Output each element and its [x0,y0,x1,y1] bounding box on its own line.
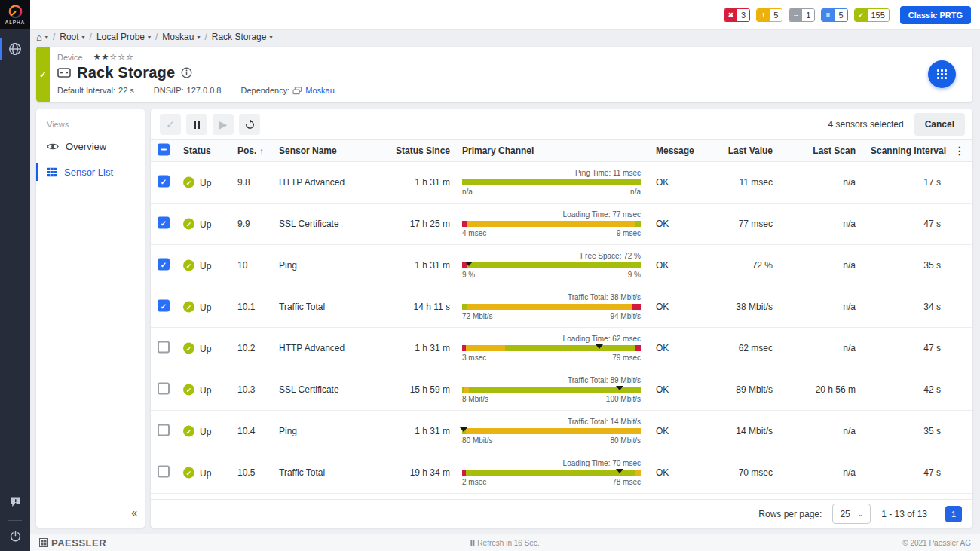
prtg-logo[interactable]: ALPHA [0,0,30,29]
last-scan-value: n/a [788,219,856,229]
status-text: Up [200,260,211,271]
rail-item-devices[interactable] [0,36,30,62]
breadcrumb-moskau[interactable]: Moskau▾ [162,32,200,42]
up-count: 155 [868,9,889,21]
sensor-name-link[interactable]: SSL Certificate [279,384,339,395]
scanning-interval-value: 35 s [871,426,941,436]
message-value: OK [656,384,669,395]
column-header-pos[interactable]: Pos.↑ [237,145,264,156]
channel-min-label: 2 msec [462,478,486,486]
resume-button[interactable]: ▶ [213,114,234,135]
warning-count: 5 [770,9,782,21]
page-title: Rack Storage [77,64,175,81]
channel-bar [462,304,641,310]
last-scan-value: n/a [788,177,856,188]
column-header-last-scan[interactable]: Last Scan [788,145,856,156]
row-checkbox[interactable] [158,341,170,354]
row-checkbox[interactable] [158,383,170,395]
column-header-last-value[interactable]: Last Value [701,145,773,156]
paessler-brand[interactable]: PAESSLER [39,537,106,549]
sidebar-item-sensor-list[interactable]: Sensor List [36,159,145,185]
sensor-name-link[interactable]: HTTP Advanced [279,343,345,354]
select-all-checkbox[interactable] [158,144,170,156]
last-value: 72 % [701,260,773,271]
column-header-scanning-interval[interactable]: Scanning Interval [871,145,941,156]
rescan-button[interactable] [239,114,260,135]
row-checkbox[interactable] [158,424,170,436]
row-checkbox[interactable]: ✓ [158,217,170,229]
status-badge-up[interactable]: ✓ 155 [854,8,890,22]
sensor-name-link[interactable]: HTTP Advanced [279,177,345,188]
channel-max-label: 79 msec [612,354,641,362]
column-header-status-since[interactable]: Status Since [377,145,450,156]
table-row: ✓✓Up10.1Traffic Total14 h 11 sTraffic To… [151,286,972,328]
collapse-panel-button[interactable]: « [131,507,137,519]
logout-button[interactable] [9,530,22,545]
sensor-name-link[interactable]: Ping [279,426,297,436]
table-row: ✓Up10.4Ping1 h 31 mTraffic Total: 14 Mbi… [151,411,972,452]
interval-label: Default Interval: [57,86,115,95]
sensor-name-link[interactable]: Traffic Total [279,467,325,478]
status-since-value: 1 h 31 m [377,177,450,188]
status-badge-paused[interactable]: II 5 [821,8,847,22]
sidebar-item-overview[interactable]: Overview [36,133,145,159]
breadcrumb-local-probe[interactable]: Local Probe▾ [96,32,151,42]
dependency-link[interactable]: Moskau [305,86,335,95]
row-checkbox[interactable]: ✓ [158,259,170,271]
breadcrumb-rack-storage[interactable]: Rack Storage▾ [212,32,273,42]
status-badge-unknown[interactable]: -- 1 [789,8,815,22]
last-scan-value: n/a [788,467,856,478]
status-badge-down[interactable]: ✖ 3 [724,8,750,22]
sensor-name-link[interactable]: Ping [279,260,297,271]
status-text: Up [200,177,211,188]
column-settings-kebab-icon[interactable]: ⋮ [954,145,965,157]
cancel-button[interactable]: Cancel [914,113,965,136]
priority-stars[interactable]: ★★☆☆☆ [93,52,134,62]
channel-min-label: 8 Mbit/s [462,395,488,403]
sensor-name-link[interactable]: SSL Certificate [279,219,339,229]
rows-per-page-select[interactable]: 25 ⌄ [832,504,871,524]
channel-bar [462,387,641,393]
sensor-name-link[interactable]: Traffic Total [279,302,325,312]
status-up-icon: ✓ [183,426,194,437]
pause-button[interactable] [186,114,207,135]
last-scan-value: n/a [788,260,856,271]
row-checkbox[interactable] [158,466,170,478]
page-1-button[interactable]: 1 [945,506,962,522]
status-up-icon: ✓ [183,219,194,230]
feedback-button[interactable] [9,496,22,511]
column-header-message[interactable]: Message [656,145,694,156]
info-icon[interactable] [181,67,192,78]
primary-channel-gauge: Traffic Total: 14 Mbit/s80 Mbit/s80 Mbit… [462,418,641,445]
primary-channel-gauge: Loading Time: 70 msec2 msec78 msec [462,459,641,486]
unknown-count: 1 [802,9,814,21]
row-checkbox[interactable]: ✓ [158,176,170,188]
last-scan-value: n/a [788,343,856,354]
status-text: Up [200,343,211,354]
top-bar: ✖ 3 ! 5 -- 1 II 5 ✓ 155 Classic PRTG [30,0,980,30]
views-panel: Views Overview Sensor List « [36,109,145,528]
breadcrumb-home[interactable]: ⌂▾ [36,32,48,43]
column-header-status[interactable]: Status [183,145,211,156]
column-header-sensor-name[interactable]: Sensor Name [279,145,337,156]
channel-max-label: n/a [630,188,641,196]
row-checkbox[interactable]: ✓ [158,300,170,312]
status-badge-warning[interactable]: ! 5 [756,8,782,22]
acknowledge-button[interactable]: ✓ [160,114,181,135]
status-text: Up [200,219,211,229]
table-row: ✓✓Up9.9SSL Certificate17 h 25 mLoading T… [151,204,972,245]
context-menu-fab[interactable] [928,60,956,88]
breadcrumb-root[interactable]: Root▾ [60,32,84,42]
pause-icon [470,540,474,546]
classic-prtg-button[interactable]: Classic PRTG [900,6,971,24]
channel-min-label: 72 Mbit/s [462,312,493,320]
channel-label: Loading Time: 62 msec [462,335,641,343]
column-header-primary-channel[interactable]: Primary Channel [462,145,641,156]
message-value: OK [656,260,669,271]
home-icon: ⌂ [36,32,42,43]
channel-marker-icon [465,262,473,266]
position-value: 10.4 [237,426,255,436]
feedback-chat-icon [9,496,22,509]
paused-count: 5 [835,9,847,21]
refresh-countdown[interactable]: Refresh in 16 Sec. [470,539,539,547]
